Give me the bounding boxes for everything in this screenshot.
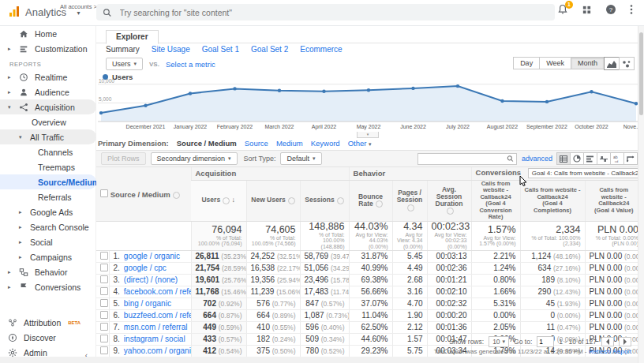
total-sessions: 148,886% of Total: 100.00% (148,886) [300, 221, 349, 250]
tab-site-usage[interactable]: Site Usage [152, 45, 190, 54]
column-header-source-medium[interactable]: Source / Medium [96, 167, 191, 221]
dimension-medium[interactable]: Medium [276, 139, 303, 148]
cell-source: 9.yahoo.com / organic [109, 345, 191, 357]
sidebar-item-realtime[interactable]: ▸ Realtime [0, 69, 95, 84]
granularity-day[interactable]: Day [513, 57, 540, 69]
source-link[interactable]: buzzfeed.com / referral [124, 311, 191, 320]
more-menu-button[interactable] [630, 4, 633, 15]
vertical-scrollbar[interactable] [638, 26, 644, 363]
tab-summary[interactable]: Summary [106, 45, 140, 54]
source-link[interactable]: bing / organic [124, 299, 171, 308]
column-header-pages-session[interactable]: Pages / Session [392, 180, 427, 221]
column-header-bounce-rate[interactable]: Bounce Rate [349, 180, 392, 221]
sidebar-item-social[interactable]: ▸Social [0, 234, 95, 249]
sidebar-item-audience[interactable]: ▸ Audience [0, 84, 95, 99]
pie-chart-icon [573, 155, 581, 163]
sidebar-item-source-medium[interactable]: Source/Medium [0, 174, 96, 189]
sidebar-item-overview[interactable]: Overview [0, 114, 95, 129]
source-link[interactable]: google / cpc [124, 264, 167, 272]
sidebar-item-all-traffic[interactable]: ▾ All Traffic [0, 129, 96, 144]
search-input[interactable] [118, 7, 549, 18]
axis-options-toggle[interactable]: ▾ [357, 132, 379, 138]
metric-selector[interactable]: Users▾ [106, 58, 143, 70]
dimension-keyword[interactable]: Keyword [311, 139, 340, 148]
row-checkbox[interactable] [100, 264, 108, 271]
row-checkbox[interactable] [100, 311, 108, 319]
source-link[interactable]: facebook.com / referral [124, 287, 191, 296]
sidebar-item-google-ads[interactable]: ▸Google Ads [0, 204, 95, 219]
notifications-button[interactable]: 1 [557, 4, 568, 15]
source-link[interactable]: (direct) / (none) [124, 275, 178, 284]
sidebar-item-acquisition[interactable]: ▾ Acquisition [0, 99, 96, 114]
row-checkbox[interactable] [100, 335, 108, 342]
rows-per-page-select[interactable]: 10▾ [489, 336, 509, 347]
row-range: 1 - 10 of 127 [559, 338, 597, 346]
tab-goal-set-2[interactable]: Goal Set 2 [251, 45, 288, 54]
column-header-sessions[interactable]: Sessions [300, 180, 349, 221]
select-all-checkbox[interactable] [100, 189, 108, 197]
column-header-goal-value[interactable]: Calls from website - Callback24(Goal 4 V… [585, 180, 642, 221]
column-header-avg-session-duration[interactable]: Avg. Session Duration [427, 180, 471, 221]
row-checkbox[interactable] [100, 287, 108, 295]
table-search-input[interactable] [421, 154, 507, 163]
row-checkbox[interactable] [100, 299, 108, 307]
tab-ecommerce[interactable]: Ecommerce [300, 45, 342, 54]
global-search[interactable] [96, 4, 555, 21]
sidebar-item-treemaps[interactable]: Treemaps [0, 159, 95, 174]
help-button[interactable]: ? [605, 4, 616, 15]
sidebar-item-channels[interactable]: Channels [0, 144, 95, 159]
source-link[interactable]: instagram / social [124, 335, 185, 343]
source-link[interactable]: google / organic [124, 252, 180, 260]
sidebar-item-conversions[interactable]: ▸ Conversions [0, 279, 95, 294]
column-header-goal-completions[interactable]: Calls from website - Callback24(Goal 4 C… [520, 180, 585, 221]
term-cloud-view-button[interactable]: abcd [610, 152, 624, 165]
sidebar-item-customization[interactable]: ▸ Customization [0, 41, 95, 56]
dimension-other[interactable]: Other ▾ [348, 139, 372, 148]
performance-view-button[interactable] [583, 152, 597, 165]
column-header-goal-conversion-rate[interactable]: Calls from website - Callback24(Goal 4 C… [471, 180, 520, 221]
sidebar-item-attribution[interactable]: AttributionBETA [0, 315, 95, 330]
table-row: 4.facebook.com / referral 11,768 (15.46%… [96, 286, 642, 298]
prev-page-button[interactable] [601, 337, 614, 346]
granularity-month[interactable]: Month [571, 57, 605, 69]
percentage-view-button[interactable] [570, 152, 584, 165]
plot-rows-button[interactable]: Plot Rows [101, 152, 146, 165]
source-link[interactable]: yahoo.com / organic [124, 346, 191, 355]
line-chart-view-button[interactable] [604, 57, 620, 70]
goal-selector[interactable]: Goal 4: Calls from website - Callback24▾ [528, 168, 642, 178]
table-view-button[interactable] [556, 152, 571, 165]
sidebar-item-home[interactable]: Home [0, 26, 95, 41]
next-page-button[interactable] [619, 337, 631, 346]
dimension-source[interactable]: Source [245, 139, 268, 148]
advanced-search-link[interactable]: advanced [522, 155, 552, 163]
tab-explorer[interactable]: Explorer [106, 30, 159, 44]
row-checkbox[interactable] [100, 252, 108, 260]
sidebar-item-search-console[interactable]: ▸Search Console [0, 219, 95, 234]
source-link[interactable]: msn.com / referral [124, 323, 188, 331]
column-header-new-users[interactable]: New Users [246, 180, 300, 221]
row-index: 9. [114, 346, 120, 355]
motion-chart-view-button[interactable] [619, 57, 635, 70]
sidebar-item-campaigns[interactable]: ▸Campaigns [0, 249, 95, 264]
scrollbar-thumb[interactable] [639, 32, 643, 115]
account-switcher[interactable]: All accounts >▾ [60, 4, 97, 17]
row-checkbox[interactable] [100, 346, 108, 354]
sidebar-item-referrals[interactable]: Referrals [0, 189, 95, 204]
apps-grid-button[interactable] [582, 5, 592, 15]
sidebar-item-discover[interactable]: Discover [0, 330, 95, 345]
row-checkbox[interactable] [100, 275, 108, 283]
tab-goal-set-1[interactable]: Goal Set 1 [202, 45, 239, 54]
column-header-users[interactable]: Users ↓ [191, 180, 246, 221]
select-metric-link[interactable]: Select a metric [166, 60, 215, 69]
sidebar-item-behavior[interactable]: ▸ Behavior [0, 264, 95, 279]
secondary-dimension-button[interactable]: Secondary dimension▾ [151, 152, 238, 165]
pivot-view-button[interactable] [623, 152, 638, 165]
goto-page-input[interactable] [537, 336, 554, 347]
granularity-week[interactable]: Week [539, 57, 571, 69]
comparison-view-button[interactable] [597, 152, 611, 165]
row-checkbox[interactable] [100, 323, 108, 331]
refresh-report-link[interactable]: Refresh Report [589, 348, 631, 355]
dimension-source-medium[interactable]: Source / Medium [177, 139, 237, 148]
table-search[interactable] [417, 153, 517, 165]
sort-type-button[interactable]: Default▾ [280, 152, 321, 165]
